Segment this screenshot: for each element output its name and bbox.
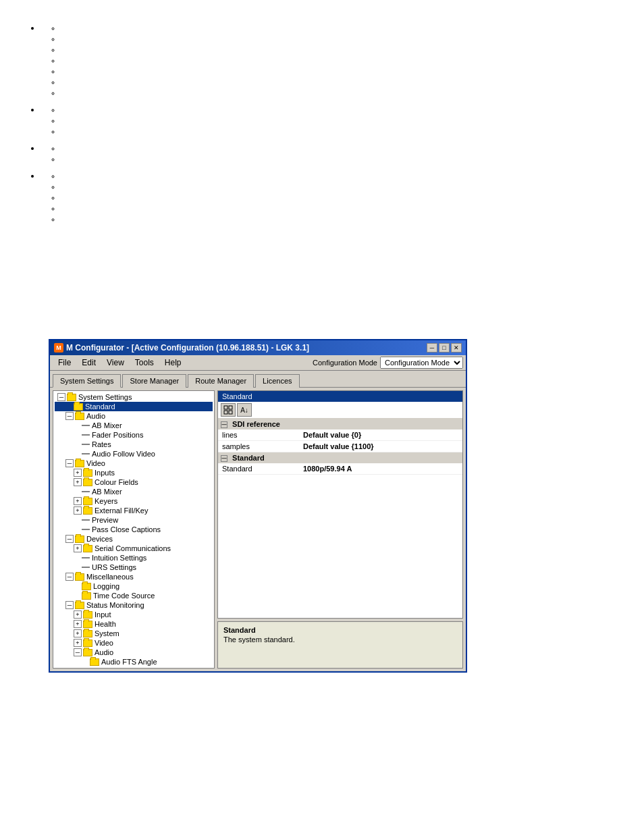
prop-tool-grid[interactable]	[221, 403, 236, 417]
tree-item-health[interactable]: + Health	[55, 619, 213, 629]
tree-label-intuition-settings: Intuition Settings	[92, 554, 146, 562]
collapse-sdi-reference[interactable]: ─	[221, 421, 227, 428]
tree-item-audio[interactable]: ─ Audio	[55, 411, 213, 421]
tab-system-settings[interactable]: System Settings	[53, 374, 121, 388]
tree-item-urs-settings[interactable]: URS Settings	[55, 563, 213, 572]
tree-item-standard[interactable]: Standard	[55, 402, 213, 411]
menu-edit[interactable]: Edit	[76, 357, 101, 369]
folder-icon-system-settings	[67, 394, 76, 401]
tree-item-time-code-source[interactable]: Time Code Source	[55, 591, 213, 600]
collapse-standard[interactable]: ─	[221, 455, 227, 462]
restore-button[interactable]: □	[439, 343, 450, 353]
tree-item-intuition-settings[interactable]: Intuition Settings	[55, 553, 213, 563]
tree-label-system: System	[95, 629, 119, 637]
tree-label-pass-close-captions: Pass Close Captions	[92, 525, 161, 533]
prop-value-standard[interactable]: 1080p/59.94 A	[299, 463, 462, 475]
tab-store-manager[interactable]: Store Manager	[122, 374, 186, 388]
expand-inputs[interactable]: +	[74, 469, 82, 477]
section-standard-label: Standard	[232, 454, 265, 462]
prop-value-lines[interactable]: Default value {0}	[299, 429, 462, 441]
line-icon-preview	[82, 519, 90, 521]
tree-item-keyers[interactable]: + Keyers	[55, 496, 213, 506]
tree-label-serial-comms: Serial Communications	[95, 544, 171, 552]
tree-item-audio-fts-angle[interactable]: Audio FTS Angle	[55, 657, 213, 667]
minimize-button[interactable]: ─	[427, 343, 437, 353]
tree-item-rates[interactable]: Rates	[55, 440, 213, 449]
bullet-item-4	[41, 171, 617, 223]
tree-label-audio-status: Audio	[95, 648, 113, 656]
section-sdi-label: SDI reference	[232, 420, 280, 428]
expand-audio-status[interactable]: ─	[74, 648, 82, 656]
tree-item-video[interactable]: ─ Video	[55, 459, 213, 468]
menu-bar: File Edit View Tools Help Configuration …	[50, 355, 466, 371]
menu-file[interactable]: File	[53, 357, 76, 369]
tree-item-logging[interactable]: Logging	[55, 581, 213, 591]
tree-item-video-status[interactable]: + Video	[55, 638, 213, 648]
bullet-item-3	[41, 143, 617, 163]
menu-tools[interactable]: Tools	[130, 357, 159, 369]
prop-tool-sort[interactable]: A↓	[237, 403, 252, 417]
tree-label-video-status: Video	[95, 639, 113, 647]
folder-icon-status-monitoring	[75, 602, 84, 609]
tree-item-external-fill-key[interactable]: + External Fill/Key	[55, 506, 213, 515]
tree-label-health: Health	[95, 620, 116, 628]
expand-system-settings[interactable]: ─	[57, 393, 65, 401]
tree-label-ab-mixer-video: AB Mixer	[92, 488, 122, 496]
close-button[interactable]: ✕	[451, 343, 462, 353]
line-icon-intuition	[82, 557, 90, 558]
expand-video[interactable]: ─	[65, 459, 74, 467]
expand-serial-comms[interactable]: +	[74, 544, 82, 552]
expand-keyers[interactable]: +	[74, 497, 82, 505]
menu-view[interactable]: View	[101, 357, 130, 369]
folder-icon-audio-fts-angle	[90, 658, 99, 666]
expand-audio[interactable]: ─	[65, 412, 74, 420]
expand-system[interactable]: +	[74, 629, 82, 637]
tree-item-inputs[interactable]: + Inputs	[55, 468, 213, 477]
tree-item-system-settings[interactable]: ─ System Settings	[55, 392, 213, 402]
expand-miscellaneous[interactable]: ─	[65, 573, 74, 581]
description-text: The system standard.	[223, 635, 457, 644]
tree-item-audio-status[interactable]: ─ Audio	[55, 648, 213, 657]
config-mode-dropdown[interactable]: Configuration Mode	[380, 357, 463, 369]
tree-item-audio-follow-video[interactable]: Audio Follow Video	[55, 449, 213, 459]
expand-external-fill[interactable]: +	[74, 506, 82, 515]
tab-licences[interactable]: Licences	[255, 374, 299, 388]
tree-item-status-monitoring[interactable]: ─ Status Monitoring	[55, 600, 213, 610]
expand-video-status[interactable]: +	[74, 639, 82, 647]
expand-health[interactable]: +	[74, 620, 82, 628]
tree-label-inputs: Inputs	[95, 469, 115, 477]
window-title: M Configurator - [Active Configuration (…	[66, 343, 309, 353]
tree-item-devices[interactable]: ─ Devices	[55, 534, 213, 544]
tree-item-ab-mixer-audio[interactable]: AB Mixer	[55, 421, 213, 430]
tree-item-ab-mixer-video[interactable]: AB Mixer	[55, 487, 213, 496]
tree-label-colour-fields: Colour Fields	[95, 478, 138, 486]
expand-status-monitoring[interactable]: ─	[65, 601, 74, 609]
menu-help[interactable]: Help	[159, 357, 187, 369]
folder-icon-health	[83, 621, 92, 628]
tree-label-input: Input	[95, 610, 111, 619]
tree-item-pass-close-captions[interactable]: Pass Close Captions	[55, 525, 213, 534]
tree-item-input[interactable]: + Input	[55, 610, 213, 619]
tree-label-miscellaneous: Miscellaneous	[86, 573, 134, 581]
tree-item-colour-fields[interactable]: + Colour Fields	[55, 477, 213, 487]
properties-toolbar: A↓	[218, 402, 462, 419]
tab-route-manager[interactable]: Route Manager	[188, 374, 254, 388]
tree-item-miscellaneous[interactable]: ─ Miscellaneous	[55, 572, 213, 581]
line-icon-ab-mixer-video	[82, 491, 90, 492]
bullet-item-2	[41, 105, 617, 135]
expand-input[interactable]: +	[74, 610, 82, 619]
tree-item-system[interactable]: + System	[55, 629, 213, 638]
section-sdi-reference: ─ SDI reference	[218, 419, 462, 429]
expand-colour-fields[interactable]: +	[74, 478, 82, 486]
title-bar-left: M M Configurator - [Active Configuration…	[54, 343, 309, 353]
folder-icon-video-status	[83, 640, 92, 647]
tree-item-fader-positions[interactable]: Fader Positions	[55, 430, 213, 440]
app-icon: M	[54, 343, 63, 353]
expand-devices[interactable]: ─	[65, 535, 74, 543]
properties-header: Standard	[218, 391, 462, 402]
properties-table: ─ SDI reference lines Default value {0} …	[218, 419, 462, 475]
configurator-window: M M Configurator - [Active Configuration…	[49, 339, 467, 673]
prop-value-samples[interactable]: Default value {1100}	[299, 441, 462, 452]
tree-item-preview[interactable]: Preview	[55, 515, 213, 525]
tree-item-serial-comms[interactable]: + Serial Communications	[55, 544, 213, 553]
